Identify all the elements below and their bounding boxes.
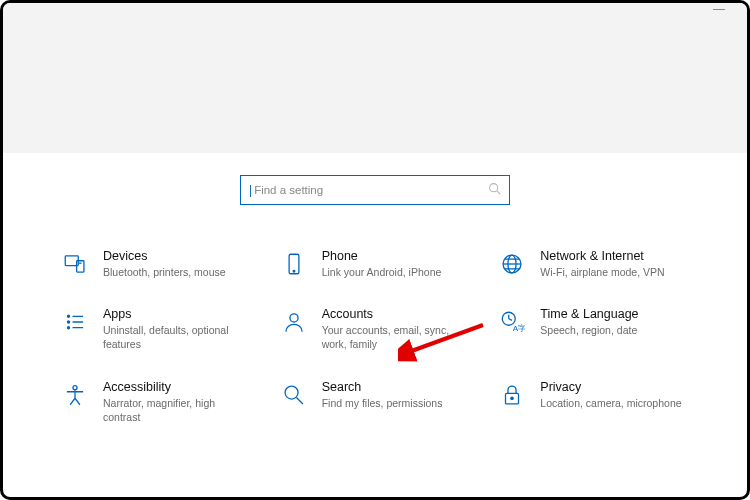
tile-sub: Wi-Fi, airplane mode, VPN bbox=[540, 265, 664, 279]
tile-title: Apps bbox=[103, 307, 253, 321]
tile-title: Privacy bbox=[540, 380, 681, 394]
search-icon bbox=[488, 182, 501, 198]
search-input[interactable]: | Find a setting bbox=[240, 175, 510, 205]
svg-point-18 bbox=[290, 314, 298, 322]
tile-sub: Your accounts, email, sync, work, family bbox=[322, 323, 472, 351]
svg-point-31 bbox=[511, 397, 513, 399]
tile-sub: Speech, region, date bbox=[540, 323, 638, 337]
tile-privacy[interactable]: Privacy Location, camera, microphone bbox=[498, 380, 709, 424]
svg-point-16 bbox=[67, 327, 69, 329]
svg-line-26 bbox=[70, 398, 75, 405]
svg-point-0 bbox=[490, 184, 498, 192]
text-caret: | bbox=[249, 183, 252, 197]
tile-sub: Uninstall, defaults, optional features bbox=[103, 323, 253, 351]
phone-icon bbox=[280, 249, 308, 277]
globe-icon bbox=[498, 249, 526, 277]
tile-title: Devices bbox=[103, 249, 226, 263]
tile-time-language[interactable]: A字 Time & Language Speech, region, date bbox=[498, 307, 709, 351]
tile-title: Search bbox=[322, 380, 443, 394]
svg-line-1 bbox=[497, 191, 500, 194]
search-placeholder: Find a setting bbox=[254, 184, 323, 196]
tile-title: Network & Internet bbox=[540, 249, 664, 263]
tile-sub: Link your Android, iPhone bbox=[322, 265, 442, 279]
tile-title: Accounts bbox=[322, 307, 472, 321]
tile-search[interactable]: Search Find my files, permissions bbox=[280, 380, 491, 424]
svg-point-6 bbox=[293, 271, 295, 273]
tile-sub: Bluetooth, printers, mouse bbox=[103, 265, 226, 279]
tile-network[interactable]: Network & Internet Wi-Fi, airplane mode,… bbox=[498, 249, 709, 279]
time-language-icon: A字 bbox=[498, 307, 526, 335]
accessibility-icon bbox=[61, 380, 89, 408]
devices-icon bbox=[61, 249, 89, 277]
tile-title: Time & Language bbox=[540, 307, 638, 321]
tile-apps[interactable]: Apps Uninstall, defaults, optional featu… bbox=[61, 307, 272, 351]
tile-phone[interactable]: Phone Link your Android, iPhone bbox=[280, 249, 491, 279]
person-icon bbox=[280, 307, 308, 335]
svg-point-23 bbox=[73, 385, 77, 389]
search-container: | Find a setting bbox=[3, 153, 747, 219]
lock-icon bbox=[498, 380, 526, 408]
svg-text:A字: A字 bbox=[513, 324, 525, 333]
tile-sub: Find my files, permissions bbox=[322, 396, 443, 410]
tile-accessibility[interactable]: Accessibility Narrator, magnifier, high … bbox=[61, 380, 272, 424]
tile-title: Phone bbox=[322, 249, 442, 263]
header-region bbox=[3, 3, 747, 153]
svg-line-29 bbox=[296, 397, 303, 404]
apps-list-icon bbox=[61, 307, 89, 335]
tile-accounts[interactable]: Accounts Your accounts, email, sync, wor… bbox=[280, 307, 491, 351]
settings-grid: Devices Bluetooth, printers, mouse Phone… bbox=[3, 219, 747, 444]
minimize-indicator bbox=[713, 9, 725, 10]
tile-sub: Location, camera, microphone bbox=[540, 396, 681, 410]
svg-point-28 bbox=[285, 386, 298, 399]
search-tile-icon bbox=[280, 380, 308, 408]
svg-point-14 bbox=[67, 321, 69, 323]
tile-sub: Narrator, magnifier, high contrast bbox=[103, 396, 253, 424]
svg-line-21 bbox=[509, 319, 512, 321]
tile-title: Accessibility bbox=[103, 380, 253, 394]
tile-devices[interactable]: Devices Bluetooth, printers, mouse bbox=[61, 249, 272, 279]
svg-line-27 bbox=[75, 398, 80, 405]
svg-point-12 bbox=[67, 315, 69, 317]
